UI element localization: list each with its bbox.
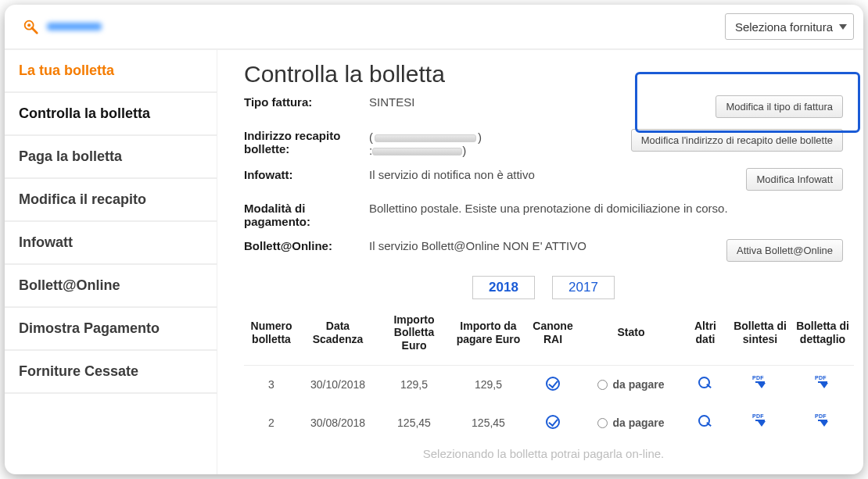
cell-sintesi <box>729 404 791 442</box>
sidebar-item-modifica-recapito[interactable]: Modifica il recapito <box>5 179 217 222</box>
label-infowatt: Infowatt: <box>244 168 369 181</box>
year-tab-2017[interactable]: 2017 <box>552 276 615 299</box>
check-icon <box>546 415 560 429</box>
bulb-icon <box>22 18 39 35</box>
label-indirizzo-recapito: Indirizzo recapito bollette: <box>244 129 369 155</box>
sidebar-item-label: Bollett@Online <box>19 277 120 293</box>
magnify-icon[interactable] <box>698 377 712 391</box>
cell-dettaglio <box>791 365 854 404</box>
cell-dettaglio <box>791 404 854 442</box>
sidebar-item-la-tua-bolletta[interactable]: La tua bolletta <box>5 50 217 93</box>
table-row: 230/08/2018125,45125,45da pagare <box>244 404 854 442</box>
radio-icon[interactable] <box>597 380 608 390</box>
sidebar-item-label: Paga la bolletta <box>19 148 122 164</box>
logo-text-redacted <box>47 23 102 30</box>
sidebar-item-label: Dimostra Pagamento <box>19 320 160 336</box>
sidebar-item-paga-bolletta[interactable]: Paga la bolletta <box>5 136 217 179</box>
label-bollett-online: Bollett@Online: <box>244 239 369 252</box>
col-numero: Numero bolletta <box>244 307 299 366</box>
modifica-indirizzo-button[interactable]: Modifica l'indirizzo di recapito delle b… <box>631 129 843 152</box>
topbar: Seleziona fornitura <box>5 5 863 50</box>
col-canone: Canone RAI <box>525 307 580 366</box>
modifica-infowatt-button[interactable]: Modifica Infowatt <box>746 168 843 191</box>
cell-da-pagare: 125,45 <box>451 404 525 442</box>
value-bollett-online: Il servizio Bollett@Online NON E' ATTIVO <box>369 239 608 252</box>
sidebar-item-label: Forniture Cessate <box>19 363 138 379</box>
label-tipo-fattura: Tipo fattura: <box>244 95 369 109</box>
sidebar-item-label: Controlla la bolletta <box>19 105 150 121</box>
radio-icon[interactable] <box>597 418 608 428</box>
sidebar-item-dimostra-pagamento[interactable]: Dimostra Pagamento <box>5 308 217 351</box>
svg-point-2 <box>27 23 30 27</box>
col-dettaglio: Bolletta di dettaglio <box>791 307 854 366</box>
col-altri: Altri dati <box>682 307 729 366</box>
supply-selector-label: Seleziona fornitura <box>735 20 833 34</box>
sidebar-item-forniture-cessate[interactable]: Forniture Cessate <box>5 351 217 394</box>
main-content: Controlla la bolletta Tipo fattura: SINT… <box>217 50 863 474</box>
cell-altri-dati <box>682 365 729 404</box>
magnify-icon[interactable] <box>698 415 712 429</box>
modifica-tipo-fattura-button[interactable]: Modifica il tipo di fattura <box>716 95 843 118</box>
cell-canone <box>525 404 580 442</box>
sidebar-item-label: Infowatt <box>19 234 73 250</box>
year-tab-2018[interactable]: 2018 <box>472 276 535 299</box>
value-infowatt: Il servizio di notifica non è attivo <box>369 168 608 181</box>
col-sintesi: Bolletta di sintesi <box>729 307 791 366</box>
pdf-download-icon[interactable] <box>815 377 830 391</box>
pdf-download-icon[interactable] <box>752 415 768 429</box>
value-tipo-fattura: SINTESI <box>369 95 608 109</box>
svg-line-1 <box>32 28 37 33</box>
value-modalita-pagamento: Bollettino postale. Esiste una prenotazi… <box>369 202 843 215</box>
cell-scadenza: 30/08/2018 <box>299 404 377 442</box>
page-title: Controlla la bolletta <box>244 61 843 88</box>
sidebar-item-bollett-online[interactable]: Bollett@Online <box>5 265 217 308</box>
cell-importo: 125,45 <box>377 404 451 442</box>
sidebar-item-label: La tua bolletta <box>19 63 114 78</box>
col-stato: Stato <box>580 307 682 366</box>
chevron-down-icon <box>839 24 847 30</box>
value-indirizzo-recapito: :) <box>369 129 608 157</box>
cell-scadenza: 30/10/2018 <box>299 365 377 404</box>
cell-numero: 3 <box>244 365 299 404</box>
attiva-bollett-online-button[interactable]: Attiva Bollett@Online <box>726 239 843 262</box>
cell-stato[interactable]: da pagare <box>580 365 682 404</box>
year-tabs: 2018 2017 <box>244 276 843 299</box>
cell-altri-dati <box>682 404 729 442</box>
check-icon <box>546 377 560 391</box>
cell-sintesi <box>729 365 791 404</box>
table-row: 330/10/2018129,5129,5da pagare <box>244 365 854 404</box>
bills-table: Numero bolletta Data Scadenza Importo Bo… <box>244 307 854 442</box>
app-logo <box>14 15 109 38</box>
cell-numero: 2 <box>244 404 299 442</box>
cell-canone <box>525 365 580 404</box>
cell-stato[interactable]: da pagare <box>580 404 682 442</box>
sidebar-item-label: Modifica il recapito <box>19 191 146 207</box>
pdf-download-icon[interactable] <box>815 415 830 429</box>
pdf-download-icon[interactable] <box>752 377 768 391</box>
cell-importo: 129,5 <box>377 365 451 404</box>
sidebar: La tua bolletta Controlla la bolletta Pa… <box>5 50 217 474</box>
col-da-pagare: Importo da pagare Euro <box>451 307 525 366</box>
sidebar-item-controlla-bolletta[interactable]: Controlla la bolletta <box>5 93 217 136</box>
label-modalita-pagamento: Modalità di pagamento: <box>244 202 369 228</box>
col-scadenza: Data Scadenza <box>299 307 377 366</box>
footer-hint: Selezionando la bolletta potrai pagarla … <box>244 447 843 460</box>
supply-selector[interactable]: Seleziona fornitura <box>725 13 854 40</box>
col-importo: Importo Bolletta Euro <box>377 307 451 366</box>
cell-da-pagare: 129,5 <box>451 365 525 404</box>
sidebar-item-infowatt[interactable]: Infowatt <box>5 222 217 265</box>
